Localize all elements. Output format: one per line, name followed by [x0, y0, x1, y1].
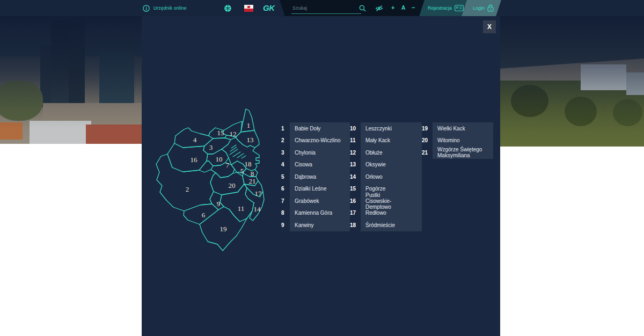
legend-column-1: 123456789 Babie DołyChwarzno-WiczlinoChy…: [281, 122, 350, 231]
legend-number-8: 8: [281, 207, 290, 220]
district-3-number-label: 3: [209, 143, 213, 151]
login-button-content[interactable]: Login: [473, 4, 494, 12]
legend-number-20: 20: [422, 135, 433, 147]
legend-names-panel: Wielki KackWitominoWzgórze Świętego Maks…: [433, 122, 493, 159]
search-icon[interactable]: [359, 5, 366, 12]
district-1-number-label: 1: [247, 121, 251, 129]
login-label: Login: [473, 5, 485, 11]
register-button-content[interactable]: Rejestracja: [428, 4, 464, 12]
legend-number-10: 10: [350, 122, 361, 135]
district-14-number-label: 14: [254, 205, 261, 213]
legend-column-2: 101112131415161718 LeszczynkiMały KackOb…: [350, 122, 422, 231]
district-4-number-label: 4: [193, 136, 197, 144]
district-17-number-label: 17: [255, 189, 262, 198]
district-11-number-label: 11: [238, 204, 245, 213]
legend-number-17: 17: [350, 207, 361, 220]
legend-number-14: 14: [350, 171, 361, 183]
legend-number-2: 2: [281, 135, 290, 147]
legend-number-3: 3: [281, 147, 290, 159]
district-21-number-label: 21: [249, 177, 256, 185]
legend-item-3[interactable]: Chylonia: [290, 147, 350, 159]
legend-item-19[interactable]: Wielki Kack: [433, 122, 493, 135]
legend-number-16: 16: [350, 195, 361, 207]
globe-icon[interactable]: [224, 5, 231, 12]
district-7-number-label: 7: [226, 161, 230, 169]
contrast-eye-slash-icon[interactable]: [375, 5, 383, 12]
font-decrease-button[interactable]: −: [412, 4, 415, 11]
legend-number-9: 9: [281, 219, 290, 231]
legend-item-17[interactable]: Redłowo: [361, 207, 422, 220]
font-increase-button[interactable]: +: [391, 4, 394, 11]
legend-number-7: 7: [281, 195, 290, 207]
gdynia-districts-map: 123456789101112131415161718192021: [153, 102, 276, 263]
legend-number-18: 18: [350, 219, 361, 231]
photo-overlay: [500, 16, 644, 147]
legend-item-5[interactable]: Dąbrowa: [290, 171, 350, 183]
district-6-number-label: 6: [202, 211, 206, 219]
legend-numbers: 192021: [422, 122, 433, 159]
legend-names-panel: Babie DołyChwarzno-WiczlinoChyloniaCisow…: [290, 122, 350, 231]
clerk-online-label[interactable]: Urzędnik online: [153, 5, 187, 11]
legend-item-10[interactable]: Leszczynki: [361, 122, 422, 135]
padlock-icon: [487, 4, 494, 12]
city-photo-right: [500, 16, 644, 147]
legend-number-5: 5: [281, 171, 290, 183]
legend-names-panel: LeszczynkiMały KackObłużeOksywieOrłowoPo…: [361, 122, 422, 231]
legend-number-15: 15: [350, 183, 361, 195]
close-button[interactable]: X: [483, 20, 496, 33]
district-16-number-label: 16: [191, 156, 198, 164]
legend-item-18[interactable]: Śródmieście: [361, 219, 422, 231]
polish-flag-icon[interactable]: [244, 5, 253, 12]
info-icon[interactable]: [143, 5, 150, 12]
legend-number-11: 11: [350, 135, 361, 147]
legend-item-13[interactable]: Oksywie: [361, 159, 422, 171]
legend-item-20[interactable]: Witomino: [433, 135, 493, 147]
district-10-number-label: 10: [216, 155, 223, 163]
district-12-number-label: 12: [230, 130, 237, 138]
legend-item-12[interactable]: Obłuże: [361, 147, 422, 159]
legend-item-16[interactable]: Pustki Cisowskie-Demptowo: [361, 195, 422, 207]
district-15-number-label: 15: [217, 129, 224, 137]
legend-item-1[interactable]: Babie Doły: [290, 122, 350, 135]
legend-column-3: 192021 Wielki KackWitominoWzgórze Święte…: [422, 122, 493, 159]
legend-item-11[interactable]: Mały Kack: [361, 135, 422, 147]
legend-number-4: 4: [281, 159, 290, 171]
district-20-number-label: 20: [229, 181, 236, 189]
font-size-letter: A: [401, 5, 405, 11]
legend-numbers: 101112131415161718: [350, 122, 361, 231]
legend-item-8[interactable]: Kamienna Góra: [290, 207, 350, 220]
id-card-icon: [455, 5, 464, 11]
register-label: Rejestracja: [428, 5, 452, 11]
legend-number-6: 6: [281, 183, 290, 195]
district-5-number-label: 5: [240, 167, 244, 175]
legend-item-7[interactable]: Grabówek: [290, 195, 350, 207]
legend-number-19: 19: [422, 122, 433, 135]
legend-item-4[interactable]: Cisowa: [290, 159, 350, 171]
district-19-number-label: 19: [220, 225, 227, 233]
legend-number-12: 12: [350, 147, 361, 159]
legend-item-2[interactable]: Chwarzno-Wiczlino: [290, 135, 350, 147]
city-photo-left: [0, 16, 142, 144]
legend-number-21: 21: [422, 147, 433, 159]
district-8-number-label: 8: [251, 170, 254, 178]
legend-item-14[interactable]: Orłowo: [361, 171, 422, 183]
legend-item-6[interactable]: Działki Leśne: [290, 183, 350, 195]
gk-logo[interactable]: GK: [263, 3, 275, 12]
legend-number-13: 13: [350, 159, 361, 171]
district-18-number-label: 18: [245, 160, 252, 168]
legend-item-21[interactable]: Wzgórze Świętego Maksymiliana: [433, 147, 493, 159]
photo-overlay: [0, 16, 142, 144]
legend-item-9[interactable]: Karwiny: [290, 219, 350, 231]
search-input[interactable]: [291, 3, 361, 14]
district-9-number-label: 9: [217, 200, 221, 208]
district-13-number-label: 13: [247, 136, 254, 144]
legend-numbers: 123456789: [281, 122, 290, 231]
legend-number-1: 1: [281, 122, 290, 135]
district-2-number-label: 2: [186, 185, 189, 193]
